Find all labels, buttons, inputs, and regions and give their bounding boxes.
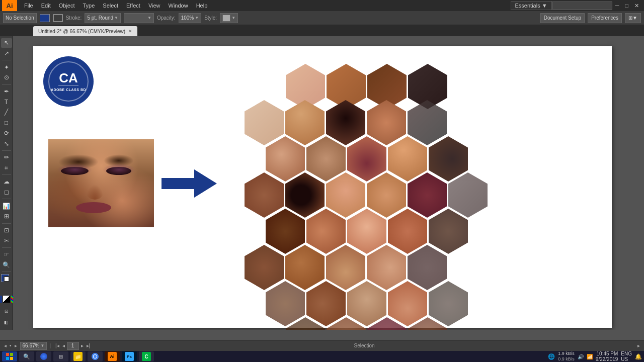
maximize-button[interactable]: □ (622, 2, 631, 10)
magic-wand-tool[interactable]: ✦ (1, 62, 12, 72)
stroke-style-dropdown[interactable]: ▼ (124, 13, 154, 23)
chrome-icon (91, 352, 100, 361)
selection-tool[interactable]: ↖ (1, 38, 12, 48)
lips (76, 202, 111, 213)
tab-close-button[interactable]: ✕ (128, 29, 132, 34)
arrow-wrapper (162, 169, 217, 198)
extra-app-icon: C (142, 352, 151, 361)
zoom-tool[interactable]: 🔍 (1, 260, 12, 270)
file-explorer-icon: 📁 (73, 352, 83, 361)
search-input[interactable] (552, 2, 612, 10)
document-tab[interactable]: Untitled-2* @ 66.67% (CMYK/Preview) ✕ (33, 26, 137, 36)
selection-indicator: No Selection (3, 13, 37, 23)
logo-letter: CA (59, 71, 78, 84)
fill-color-swatch[interactable] (40, 14, 50, 22)
menu-edit[interactable]: Edit (37, 2, 55, 10)
task-view-btn[interactable]: ⊞ (53, 351, 68, 361)
first-page-btn[interactable]: |◂ (54, 343, 60, 348)
page-number-input[interactable] (67, 342, 79, 350)
start-button[interactable] (2, 351, 17, 361)
extra-app-btn[interactable]: C (139, 351, 154, 361)
arrange-button[interactable]: ⊞▼ (625, 13, 641, 23)
menu-object[interactable]: Object (55, 2, 79, 10)
menu-view[interactable]: View (144, 2, 165, 10)
stroke-color-swatch[interactable] (53, 14, 63, 22)
nose (86, 185, 104, 200)
menu-type[interactable]: Type (79, 2, 99, 10)
tool-separator-2 (2, 84, 11, 85)
search-taskbar-btn[interactable]: 🔍 (19, 351, 34, 361)
stroke-weight-dropdown[interactable]: 5 pt. Round ▼ (85, 13, 121, 23)
preferences-button[interactable]: Preferences (588, 13, 622, 23)
menu-file[interactable]: File (20, 2, 37, 10)
logo-inner: CA ADOBE CLASS BD (48, 61, 89, 102)
sound-icon: 🔊 (578, 354, 584, 359)
lasso-tool[interactable]: ⊙ (1, 73, 12, 82)
opacity-dropdown[interactable]: 100% ▼ (179, 13, 202, 23)
photoshop-btn[interactable]: Ps (122, 351, 137, 361)
opacity-label: Opacity: (157, 15, 176, 21)
artboard-tool[interactable]: ⊡ (1, 226, 12, 235)
menu-select[interactable]: Select (99, 2, 122, 10)
document-setup-button[interactable]: Document Setup (540, 13, 585, 23)
workspace-switcher[interactable]: Essentials ▼ (511, 1, 552, 10)
file-explorer-btn[interactable]: 📁 (70, 351, 86, 361)
direct-selection-tool[interactable]: ↗ (1, 49, 12, 58)
task-view-icon: ⊞ (59, 354, 63, 359)
svg-rect-1 (10, 353, 13, 356)
illustrator-btn[interactable]: Ai (105, 351, 120, 361)
minimize-button[interactable]: ─ (612, 2, 622, 10)
slice-tool[interactable]: ✂ (1, 236, 12, 245)
cortana-icon (40, 353, 47, 360)
close-button[interactable]: ✕ (631, 2, 642, 10)
rotate-tool[interactable]: ⟳ (1, 128, 12, 138)
photoshop-icon: Ps (125, 352, 134, 361)
last-page-btn[interactable]: ▸| (86, 343, 92, 348)
network-status-icon: 📶 (587, 354, 593, 359)
pen-tool[interactable]: ✒ (1, 87, 12, 97)
change-mode-btn[interactable]: ◧ (1, 317, 12, 328)
canvas-area: CA ADOBE CLASS BD (13, 36, 644, 330)
hand-tool[interactable]: ☞ (1, 250, 12, 259)
nav-dots: • (10, 343, 12, 348)
prev-page-btn[interactable]: ◂ (61, 343, 66, 348)
type-tool[interactable]: T (1, 97, 12, 107)
eyeshadow-right (103, 163, 135, 176)
graph-tool[interactable]: 📊 (1, 201, 12, 211)
logo-circle: CA ADOBE CLASS BD (43, 56, 94, 107)
menu-help[interactable]: Help (192, 2, 212, 10)
tool-separator-6 (2, 223, 11, 224)
menu-bar: Ai File Edit Object Type Select Effect V… (0, 0, 644, 11)
zoom-control[interactable]: 66.67% ▼ (20, 342, 47, 350)
blob-brush-tool[interactable]: ☁ (1, 177, 12, 187)
tool-separator-1 (2, 60, 11, 60)
pencil-tool[interactable]: ⌗ (1, 163, 12, 172)
rectangle-tool[interactable]: □ (1, 118, 12, 128)
chrome-btn[interactable] (88, 351, 103, 361)
status-expand[interactable]: ▸ (637, 343, 640, 348)
menu-effect[interactable]: Effect (122, 2, 144, 10)
network-icon: 🌐 (548, 353, 555, 360)
nav-arrow-right[interactable]: ▸ (15, 343, 17, 348)
style-dropdown[interactable]: ▼ (220, 13, 238, 23)
svg-rect-3 (10, 357, 13, 360)
scale-tool[interactable]: ⤡ (1, 139, 12, 148)
arrow-shaft (162, 178, 194, 189)
canvas: CA ADOBE CLASS BD (33, 46, 612, 328)
gradient-btn[interactable] (3, 296, 10, 303)
tool-separator-5 (2, 199, 11, 199)
menu-window[interactable]: Window (165, 2, 192, 10)
stroke-swatch[interactable] (4, 276, 10, 282)
column-graph-tool[interactable]: ⊞ (1, 212, 12, 221)
next-page-btn[interactable]: ▸ (80, 343, 85, 348)
line-tool[interactable]: ╱ (1, 108, 12, 117)
cortana-btn[interactable] (36, 351, 51, 361)
arrow-head (194, 169, 217, 198)
svg-rect-2 (6, 357, 9, 360)
paintbrush-tool[interactable]: ✏ (1, 153, 12, 162)
nav-arrow-left[interactable]: ◂ (4, 343, 7, 348)
screen-mode-btn[interactable]: ⊡ (1, 306, 12, 317)
eraser-tool[interactable]: ◻ (1, 188, 12, 197)
bottom-bar: ◂ • ▸ 66.67% ▼ | |◂ ◂ ▸ ▸| Selection ▸ (0, 340, 644, 351)
color-mode-btn[interactable] (0, 296, 2, 303)
